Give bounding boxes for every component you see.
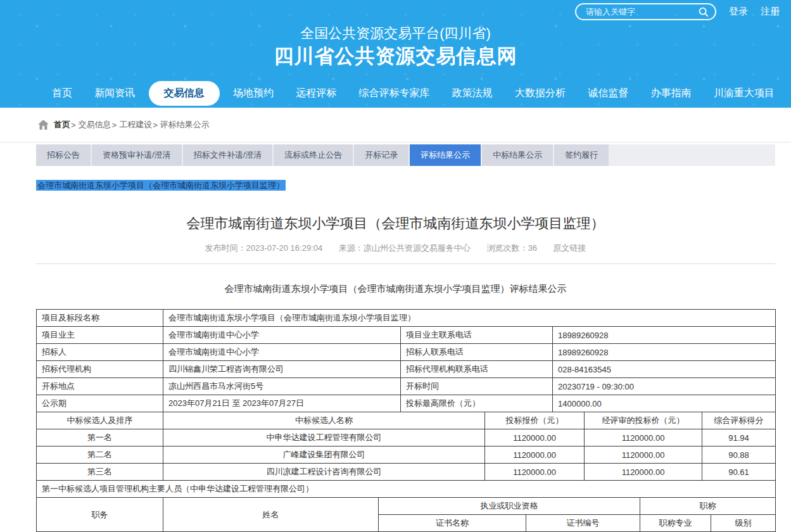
score-cell: 90.88 (702, 446, 776, 464)
info-value: 会理市城南街道东坝小学项目（会理市城南街道东坝小学项目监理） (163, 310, 776, 327)
tab-evaluation-result[interactable]: 评标结果公示 (410, 144, 481, 166)
breadcrumb-engineering[interactable]: 工程建设 (119, 119, 152, 130)
info-value: 20230719 - 09:30:00 (553, 378, 776, 395)
topbar: 登录 注册 (575, 3, 780, 20)
tab-failed-terminated[interactable]: 流标或终止公告 (274, 144, 353, 166)
nav-item-integrity[interactable]: 诚信监督 (579, 82, 637, 105)
company-cell: 广峰建设集团有限公司 (163, 446, 485, 464)
info-value: 1400000.00 (553, 395, 776, 412)
info-label: 招标人 (37, 344, 163, 361)
score-cell: 91.94 (702, 429, 776, 446)
score-cell: 90.61 (702, 464, 776, 481)
view-count: 浏览次数：36 (486, 243, 536, 253)
breadcrumb-current-page: 评标结果公示 (160, 119, 210, 130)
table-row: 项目业主 会理市城南街道中心小学 项目业主联系电话 18989260928 (37, 327, 776, 344)
personnel-table: 职务 姓名 执业或职业资格 职称 证书名称 证书编号 职称专业 级别 (36, 497, 776, 532)
publish-time: 发布时间：2023-07-20 16:29:04 (205, 243, 322, 253)
tab-tender-doc-addendum[interactable]: 招标文件补遗/澄清 (183, 144, 273, 166)
site-header: 登录 注册 全国公共资源交易平台(四川省) 四川省公共资源交易信息网 首页 新闻… (0, 0, 791, 108)
evaluated-price-cell: 1120000.00 (585, 464, 702, 481)
table-row: 第一中标候选人项目管理机构主要人员（中申华达建设工程管理有限公司） (37, 481, 776, 498)
column-group-qualification: 执业或职业资格 (379, 498, 640, 515)
info-label: 开标地点 (37, 378, 163, 395)
nav-item-remote-evaluation[interactable]: 远程评标 (287, 82, 345, 105)
register-link[interactable]: 注册 (761, 6, 780, 18)
company-cell: 四川凉建工程设计咨询有限公司 (163, 464, 485, 481)
rank-cell: 第二名 (37, 446, 163, 464)
bid-price-cell: 1120000.00 (485, 446, 585, 464)
breadcrumb-trade-info[interactable]: 交易信息 (79, 119, 111, 130)
info-label: 招标代理机构 (37, 361, 163, 378)
bid-price-cell: 1120000.00 (485, 429, 585, 446)
info-label: 项目业主联系电话 (401, 327, 553, 344)
evaluated-price-cell: 1120000.00 (585, 429, 702, 446)
home-icon[interactable] (38, 120, 49, 130)
category-tabs: 招标公告 资格预审补遗/澄清 招标文件补遗/澄清 流标或终止公告 开标记录 评标… (36, 144, 775, 166)
project-link-highlighted[interactable]: 会理市城南街道东坝小学项目（会理市城南街道东坝小学项目监理） (36, 180, 286, 191)
evaluated-price-cell: 1120000.00 (585, 446, 702, 464)
nav-item-policies[interactable]: 政策法规 (443, 82, 502, 105)
nav-item-expert-database[interactable]: 综合评标专家库 (350, 82, 438, 105)
info-label: 公示期 (37, 395, 163, 412)
column-header: 综合评标得分 (702, 412, 776, 429)
personnel-note-cell: 第一中标候选人项目管理机构主要人员（中申华达建设工程管理有限公司） (37, 481, 776, 498)
rank-cell: 第三名 (37, 464, 163, 481)
nav-item-news[interactable]: 新闻资讯 (85, 82, 144, 105)
candidates-table: 中标候选人及排序 中标候选人名称 投标报价（元） 经评审的投标价（元） 综合评标… (36, 412, 776, 498)
info-value: 18989260928 (553, 344, 776, 361)
column-header: 投标报价（元） (485, 412, 585, 429)
column-header-name: 姓名 (163, 498, 379, 532)
site-title-main: 四川省公共资源交易信息网 (0, 46, 791, 66)
info-label: 投标最高限价（元） (401, 395, 553, 412)
info-value: 四川锦鑫川荣工程咨询有限公司 (163, 361, 401, 378)
breadcrumb-home[interactable]: 首页 (54, 119, 70, 130)
company-cell: 中申华达建设工程管理有限公司 (163, 429, 485, 446)
nav-item-major-projects[interactable]: 川渝重大项目 (705, 82, 783, 105)
article-title: 会理市城南街道东坝小学项目（会理市城南街道东坝小学项目监理） (0, 214, 791, 233)
breadcrumb-separator: > (153, 120, 158, 130)
login-link[interactable]: 登录 (729, 6, 748, 18)
tab-prequalification-addendum[interactable]: 资格预审补遗/澄清 (92, 144, 182, 166)
table-row: 第三名 四川凉建工程设计咨询有限公司 1120000.00 1120000.00… (37, 464, 776, 481)
column-header: 中标候选人及排序 (37, 412, 163, 429)
nav-item-big-data[interactable]: 大数据分析 (506, 82, 574, 105)
tab-contract-performance[interactable]: 签约履行 (554, 144, 609, 166)
selected-link-row: 会理市城南街道东坝小学项目（会理市城南街道东坝小学项目监理） (36, 179, 791, 191)
column-header-title-level: 级别 (711, 515, 776, 532)
tab-award-result[interactable]: 中标结果公示 (482, 144, 553, 166)
column-header-cert-name: 证书名称 (379, 515, 526, 532)
nav-item-home[interactable]: 首页 (43, 82, 81, 105)
column-header-cert-no: 证书编号 (526, 515, 640, 532)
table-header-row: 中标候选人及排序 中标候选人名称 投标报价（元） 经评审的投标价（元） 综合评标… (37, 412, 776, 429)
article-meta: 发布时间：2023-07-20 16:29:04 来源：凉山州公共资源交易服务中… (0, 243, 791, 254)
bid-price-cell: 1120000.00 (485, 464, 585, 481)
info-value: 凉山州西昌市马水河街5号 (163, 378, 401, 395)
info-value: 会理市城南街道中心小学 (163, 344, 401, 361)
search-input[interactable] (585, 6, 698, 17)
nav-item-guide[interactable]: 办事指南 (642, 82, 700, 105)
column-header-title-major: 职称专业 (640, 515, 711, 532)
breadcrumb-separator: > (112, 120, 117, 130)
source: 来源：凉山州公共资源交易服务中心 (339, 243, 471, 253)
table-row: 招标代理机构 四川锦鑫川荣工程咨询有限公司 招标代理机构联系电话 028-841… (37, 361, 776, 378)
table-row: 开标地点 凉山州西昌市马水河街5号 开标时间 20230719 - 09:30:… (37, 378, 776, 395)
rank-cell: 第一名 (37, 429, 163, 446)
nav-item-trade-info[interactable]: 交易信息 (149, 81, 220, 106)
tab-bid-opening-record[interactable]: 开标记录 (354, 144, 408, 166)
info-label: 项目及标段名称 (37, 310, 163, 327)
project-info-table: 项目及标段名称 会理市城南街道东坝小学项目（会理市城南街道东坝小学项目监理） 项… (36, 309, 776, 412)
search-box[interactable] (575, 3, 716, 20)
column-header: 经评审的投标价（元） (585, 412, 702, 429)
info-value: 18989260928 (553, 327, 776, 344)
info-value: 会理市城南街道中心小学 (163, 327, 401, 344)
search-icon[interactable] (698, 6, 709, 18)
info-label: 开标时间 (401, 378, 553, 395)
info-label: 招标人联系电话 (401, 344, 553, 361)
tab-tender-announcement[interactable]: 招标公告 (36, 144, 91, 166)
nav-item-venue-booking[interactable]: 场地预约 (224, 82, 282, 105)
table-row: 公示期 2023年07月21日 至 2023年07月27日 投标最高限价（元） … (37, 395, 776, 412)
column-group-title: 职称 (640, 498, 776, 515)
info-label: 招标代理机构联系电话 (401, 361, 553, 378)
original-link[interactable]: 原文链接 (554, 243, 586, 253)
breadcrumb: 首页 > 交易信息 > 工程建设 > 评标结果公示 (0, 108, 791, 142)
